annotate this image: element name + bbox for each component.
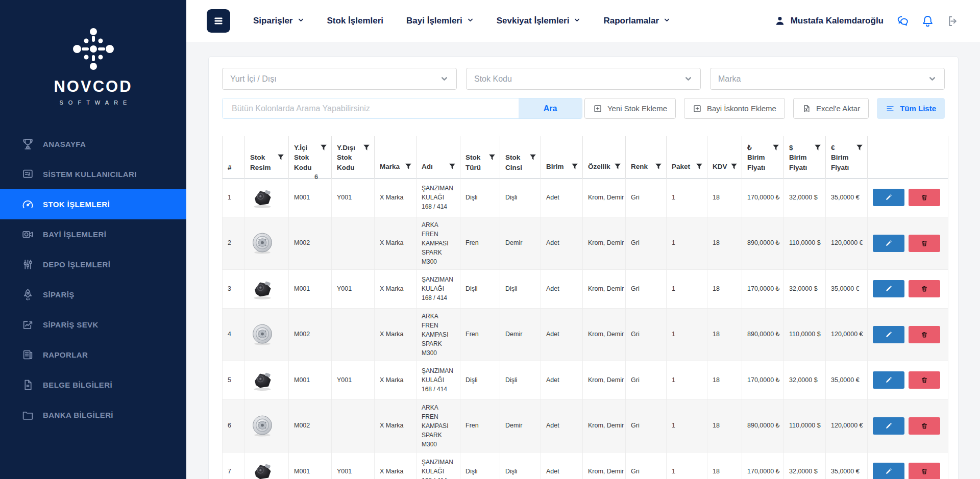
sidebar-item-sistem-kullanicilari[interactable]: SİSTEM KULLANICILARI [0,159,186,189]
navbar-action-icons [896,14,960,28]
edit-row-button[interactable] [873,235,904,252]
search-button[interactable]: Ara [519,98,582,118]
filter-funnel-icon[interactable] [363,143,370,154]
sidebar-item-siparis-sevk[interactable]: SİPARİŞ SEVK [0,310,186,340]
delete-row-button[interactable] [909,326,940,343]
delete-row-button[interactable] [909,280,940,297]
chevron-down-icon [467,16,474,26]
sidebar-item-depo-islemleri[interactable]: DEPO İŞLEMLERİ [0,249,186,280]
filter-funnel-icon[interactable] [655,162,662,173]
nav-item-label: Siparişler [253,16,293,26]
filter-funnel-icon[interactable] [814,143,821,154]
chats-icon[interactable] [896,14,910,28]
col-header-eur: € Birim Fiyatı [826,136,868,178]
cell-num: 6 [223,399,245,452]
cell-paket: 1 [667,269,707,308]
cell-eur: 35,0000 € [826,452,868,479]
cell-y_ici: M001 [289,452,332,479]
sidebar-item-stok-islemleri[interactable]: STOK İŞLEMLERİ [0,189,186,219]
cell-tl: 170,0000 ₺ [742,178,784,217]
bell-icon[interactable] [921,14,935,28]
filter-funnel-icon[interactable] [405,162,412,173]
cell-ozellik: Krom, Demir [583,269,626,308]
trophy-icon [21,138,34,150]
brand-logo: NOVCOD SOFTWARE [0,0,186,106]
sidebar-item-raporlar[interactable]: RAPORLAR [0,340,186,370]
cell-usd: 110,0000 $ [784,217,826,269]
filter-funnel-icon[interactable] [277,153,284,164]
edit-row-button[interactable] [873,280,904,297]
cell-renk: Gri [626,178,667,217]
logout-icon[interactable] [946,14,960,28]
sidebar-item-siparis[interactable]: SİPARİŞ [0,280,186,310]
filter-funnel-icon[interactable] [772,143,779,154]
cell-y_ici: M001 [289,178,332,217]
excele-aktar-button[interactable]: Excel'e Aktar [793,98,869,119]
col-header-adi: Adı [416,136,460,178]
search-input[interactable] [223,98,519,118]
tum-liste-button[interactable]: Tüm Liste [877,98,945,119]
delete-row-button[interactable] [909,417,940,435]
filter-select-stok-kodu[interactable]: Stok Kodu [466,68,701,90]
edit-row-button[interactable] [873,326,904,343]
table-row: 2 M002X MarkaARKA FREN KAMPASI SPARK M30… [223,217,948,269]
delete-row-button[interactable] [909,371,940,389]
col-header-label: Paket [672,162,690,172]
filter-funnel-icon[interactable] [614,162,621,173]
cell-usd: 32,0000 $ [784,361,826,399]
filter-funnel-icon[interactable] [449,162,456,173]
delete-row-button[interactable] [909,189,940,206]
user-menu[interactable]: Mustafa Kalemdaroğlu [774,15,884,27]
cell-adi: ŞANZIMAN KULAĞI 168 / 414 [416,269,460,308]
cell-stok_turu: Dişli [460,269,500,308]
cell-y_disi [332,308,375,361]
sidebar-item-bayi-islemleri[interactable]: BAYİ İŞLEMLERİ [0,219,186,249]
filter-funnel-icon[interactable] [696,162,703,173]
sidebar-menu: ANASAYFASİSTEM KULLANICILARISTOK İŞLEMLE… [0,129,186,430]
user-name: Mustafa Kalemdaroğlu [791,16,884,26]
novcod-logo-icon [69,26,118,72]
filter-funnel-icon[interactable] [529,153,536,164]
cell-y_ici: M002 [289,308,332,361]
report-icon [21,168,34,181]
delete-row-button[interactable] [909,463,940,479]
drum-product-image [250,323,275,346]
trash-icon [921,285,928,292]
row-actions [873,280,944,297]
filter-select-marka[interactable]: Marka [710,68,945,90]
filter-funnel-icon[interactable] [730,162,738,173]
nav-item-raporlamalar[interactable]: Raporlamalar [603,16,670,26]
edit-row-button[interactable] [873,189,904,206]
nav-item-siparisler[interactable]: Siparişler [253,16,304,26]
nav-item-stok-islemleri[interactable]: Stok İşlemleri [327,16,384,26]
cell-usd: 110,0000 $ [784,308,826,361]
cell-adi: ŞANZIMAN KULAĞI 168 / 414 [416,361,460,399]
cell-image [245,269,289,308]
filter-funnel-icon[interactable] [488,153,496,164]
yeni-stok-ekleme-button[interactable]: Yeni Stok Ekleme [584,98,676,119]
edit-row-button[interactable] [873,371,904,389]
cell-ozellik: Krom, Demir [583,361,626,399]
edit-row-button[interactable] [873,417,904,435]
nav-item-bayi-islemleri[interactable]: Bayi İşlemleri [406,16,474,26]
cell-stok_cinsi: Dişli [500,452,541,479]
cell-num: 1 [223,178,245,217]
bayi-iskonto-ekleme-button[interactable]: Bayi İskonto Ekleme [684,98,785,119]
filter-funnel-icon[interactable] [856,143,863,154]
cell-image [245,399,289,452]
filter-select-yurt-ici-disi[interactable]: Yurt İçi / Dışı [222,68,457,90]
menu-toggle-button[interactable] [207,9,230,33]
filter-funnel-icon[interactable] [320,143,327,154]
chevron-down-icon [664,16,670,26]
sidebar-item-banka-bilgileri[interactable]: BANKA BİLGİLERİ [0,400,186,430]
row-actions [873,417,944,435]
delete-row-button[interactable] [909,235,940,252]
sidebar-item-anasayfa[interactable]: ANASAYFA [0,129,186,159]
cell-y_disi: Y001 [332,452,375,479]
sidebar-item-belge-bilgileri[interactable]: BELGE BİLGİLERİ [0,370,186,400]
pencil-icon [885,468,892,475]
filter-funnel-icon[interactable] [571,162,578,173]
edit-row-button[interactable] [873,463,904,479]
nav-item-label: Sevkiyat İşlemleri [497,16,570,26]
nav-item-sevkiyat-islemleri[interactable]: Sevkiyat İşlemleri [497,16,581,26]
